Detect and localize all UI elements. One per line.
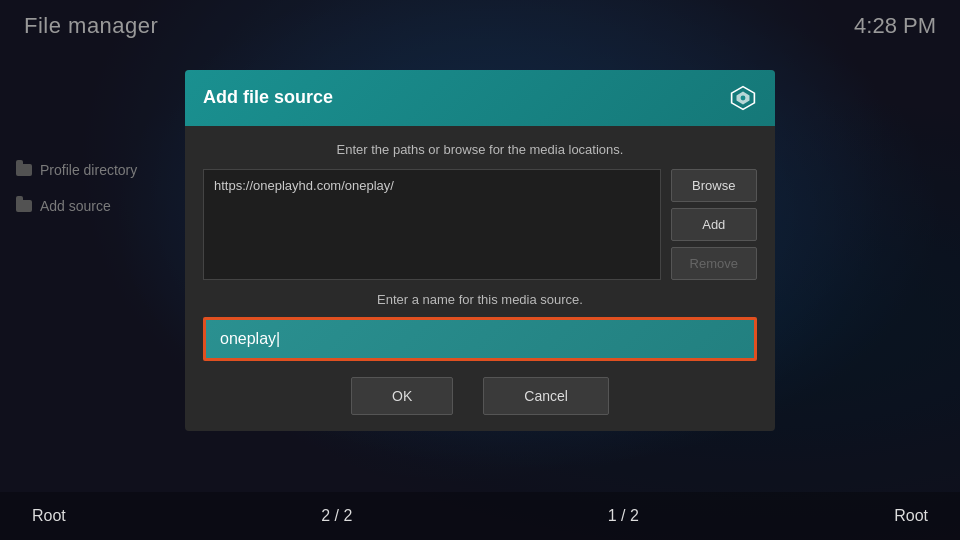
dialog-action-buttons: OK Cancel (203, 377, 757, 415)
footer-right: Root (894, 507, 928, 525)
footer-center-right: 1 / 2 (608, 507, 639, 525)
cancel-button[interactable]: Cancel (483, 377, 609, 415)
ok-button[interactable]: OK (351, 377, 453, 415)
dialog-title: Add file source (203, 87, 333, 108)
svg-point-2 (741, 95, 746, 100)
browse-button[interactable]: Browse (671, 169, 757, 202)
name-input[interactable] (206, 320, 754, 358)
dialog-body: Enter the paths or browse for the media … (185, 126, 775, 431)
kodi-logo-icon (729, 84, 757, 112)
path-buttons-group: Browse Add Remove (671, 169, 757, 280)
name-label: Enter a name for this media source. (203, 292, 757, 307)
footer-left: Root (32, 507, 66, 525)
path-value: https://oneplayhd.com/oneplay/ (214, 178, 394, 193)
dialog-subtitle: Enter the paths or browse for the media … (203, 142, 757, 157)
name-input-wrapper (203, 317, 757, 361)
footer-center-left: 2 / 2 (321, 507, 352, 525)
modal-overlay: Add file source Enter the paths or brows… (0, 0, 960, 540)
path-section: https://oneplayhd.com/oneplay/ Browse Ad… (203, 169, 757, 280)
remove-button[interactable]: Remove (671, 247, 757, 280)
dialog-header: Add file source (185, 70, 775, 126)
path-textbox[interactable]: https://oneplayhd.com/oneplay/ (203, 169, 661, 280)
footer: Root 2 / 2 1 / 2 Root (0, 492, 960, 540)
add-button[interactable]: Add (671, 208, 757, 241)
add-file-source-dialog: Add file source Enter the paths or brows… (185, 70, 775, 431)
